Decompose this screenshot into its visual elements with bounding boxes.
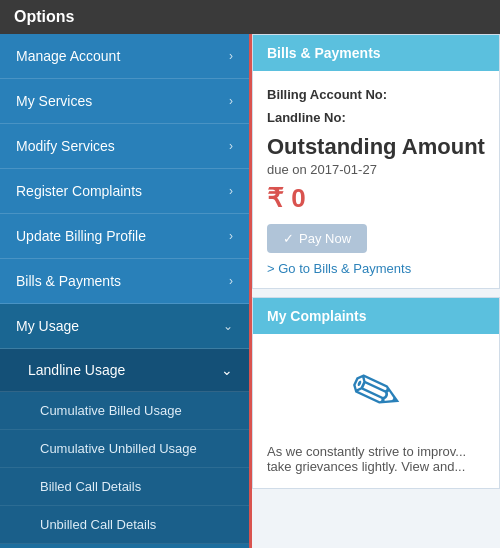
my-complaints-title: My Complaints: [267, 308, 367, 324]
sidebar-label-landline-usage: Landline Usage: [28, 362, 125, 378]
top-header: Options: [0, 0, 500, 34]
chevron-down-icon: ⌄: [221, 362, 233, 378]
sidebar-item-manage-account[interactable]: Manage Account ›: [0, 34, 249, 79]
chevron-right-icon: ›: [229, 184, 233, 198]
sidebar-item-cumulative-unbilled[interactable]: Cumulative Unbilled Usage: [0, 430, 249, 468]
chevron-right-icon: ›: [229, 274, 233, 288]
sidebar-label-my-services: My Services: [16, 93, 92, 109]
sidebar-item-billed-call-details[interactable]: Billed Call Details: [0, 468, 249, 506]
sidebar-label-bills-payments: Bills & Payments: [16, 273, 121, 289]
bills-payments-card: Bills & Payments Billing Account No: Lan…: [252, 34, 500, 289]
sidebar-item-my-usage[interactable]: My Usage ⌄: [0, 304, 249, 349]
sidebar-item-register-complaints[interactable]: Register Complaints ›: [0, 169, 249, 214]
sidebar-label-register-complaints: Register Complaints: [16, 183, 142, 199]
chevron-right-icon: ›: [229, 49, 233, 63]
my-complaints-card-header: My Complaints: [253, 298, 499, 334]
label-unbilled-call-details: Unbilled Call Details: [40, 517, 156, 532]
bills-payments-card-header: Bills & Payments: [253, 35, 499, 71]
sidebar-label-update-billing: Update Billing Profile: [16, 228, 146, 244]
chevron-right-icon: ›: [229, 229, 233, 243]
go-to-bills-link[interactable]: > Go to Bills & Payments: [267, 261, 485, 276]
sidebar: Manage Account › My Services › Modify Se…: [0, 34, 252, 548]
submenu-landline-usage: Cumulative Billed Usage Cumulative Unbil…: [0, 392, 249, 544]
outstanding-amount-label: Outstanding Amount: [267, 134, 485, 160]
billing-account-label: Billing Account No: Landline No:: [267, 83, 485, 130]
chevron-right-icon: ›: [229, 94, 233, 108]
sidebar-item-my-services[interactable]: My Services ›: [0, 79, 249, 124]
bills-payments-title: Bills & Payments: [267, 45, 381, 61]
complaints-body-text: As we constantly strive to improv... tak…: [267, 444, 485, 474]
chevron-down-icon: ⌄: [223, 319, 233, 333]
submenu-my-usage: Landline Usage ⌄ Cumulative Billed Usage…: [0, 349, 249, 548]
sidebar-label-my-usage: My Usage: [16, 318, 79, 334]
chevron-right-icon: ›: [229, 139, 233, 153]
my-complaints-card-body: ✎ As we constantly strive to improv... t…: [253, 334, 499, 488]
sidebar-item-unbilled-call-details[interactable]: Unbilled Call Details: [0, 506, 249, 544]
right-panel: Bills & Payments Billing Account No: Lan…: [252, 34, 500, 548]
label-cumulative-billed: Cumulative Billed Usage: [40, 403, 182, 418]
header-title: Options: [14, 8, 74, 25]
sidebar-label-manage-account: Manage Account: [16, 48, 120, 64]
check-icon: ✓: [283, 231, 294, 246]
due-date: due on 2017-01-27: [267, 162, 485, 177]
sidebar-item-landline-usage[interactable]: Landline Usage ⌄: [0, 349, 249, 392]
pay-now-button[interactable]: ✓ Pay Now: [267, 224, 367, 253]
amount-value: ₹ 0: [267, 183, 485, 214]
sidebar-item-update-billing[interactable]: Update Billing Profile ›: [0, 214, 249, 259]
label-billed-call-details: Billed Call Details: [40, 479, 141, 494]
label-cumulative-unbilled: Cumulative Unbilled Usage: [40, 441, 197, 456]
sidebar-item-broadband-usage[interactable]: Broadband Usage ›: [0, 544, 249, 548]
sidebar-item-modify-services[interactable]: Modify Services ›: [0, 124, 249, 169]
sidebar-item-cumulative-billed[interactable]: Cumulative Billed Usage: [0, 392, 249, 430]
sidebar-label-modify-services: Modify Services: [16, 138, 115, 154]
sidebar-item-bills-payments[interactable]: Bills & Payments ›: [0, 259, 249, 304]
bills-payments-card-body: Billing Account No: Landline No: Outstan…: [253, 71, 499, 288]
pencil-icon: ✎: [341, 351, 412, 434]
my-complaints-card: My Complaints ✎ As we constantly strive …: [252, 297, 500, 489]
